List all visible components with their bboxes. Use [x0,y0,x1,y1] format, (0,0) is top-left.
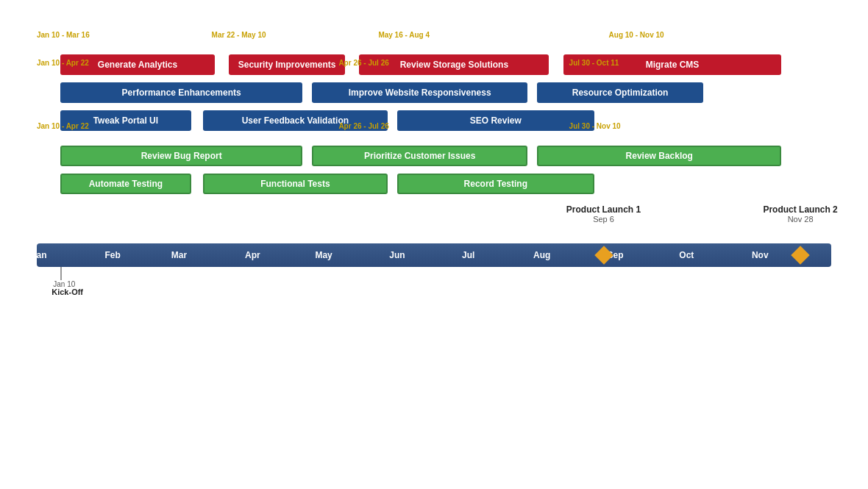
timeline-month-label: Feb [104,250,120,260]
date-label: May 16 - Aug 4 [378,31,430,39]
timeline-month-label: Aug [533,250,550,260]
milestone-date: Sep 6 [566,215,641,224]
milestone-diamond [594,246,613,264]
task-bar: Automate Testing [60,174,191,194]
gantt-task-row: Automate TestingFunctional TestsRecord T… [37,162,831,188]
gantt-task-row: Jan 10 - Mar 16Mar 22 - May 10May 16 - A… [37,43,831,69]
date-label: Jan 10 - Apr 22 [37,122,89,130]
date-label: Apr 26 - Jul 26 [338,122,388,130]
kickoff-label: Kick-Off [51,288,83,296]
timeline-month-label: Apr [245,250,260,260]
timeline-month-label: Jan [32,250,47,260]
timeline-month-label: Nov [752,250,769,260]
task-bar: SEO Review [397,110,594,131]
date-label: Aug 10 - Nov 10 [609,31,664,39]
timeline-month-label: Jul [462,250,474,260]
date-label: Jul 30 - Oct 11 [569,59,619,67]
milestone-diamond [791,246,809,264]
timeline-month-label: Jun [389,250,405,260]
kickoff-line [60,267,62,280]
timeline-month-label: Oct [679,250,694,260]
milestone-date: Nov 28 [763,215,837,224]
date-label: Jul 30 - Nov 10 [569,122,621,130]
date-label: Jan 10 - Mar 16 [37,31,90,39]
milestone-labels-row: Product Launch 1Sep 6Product Launch 2Nov… [37,203,831,243]
milestone-label: Product Launch 2Nov 28 [763,204,837,224]
date-label: Apr 26 - Jul 26 [338,59,388,67]
milestone-name: Product Launch 2 [763,204,837,215]
timeline-axis: JanFebMarAprMayJunJulAugSepOctNov [37,243,831,267]
gantt-task-row: Jan 10 - Apr 22Apr 26 - Jul 26Jul 30 - O… [37,71,831,97]
date-label: Mar 22 - May 10 [212,31,266,39]
task-bar: Functional Tests [203,174,388,194]
timeline-month-label: May [315,250,332,260]
date-label: Jan 10 - Apr 22 [37,59,89,67]
kickoff-container: Jan 10Kick-Off [37,267,831,296]
milestone-label: Product Launch 1Sep 6 [566,204,641,224]
task-bar: Record Testing [397,174,594,194]
timeline-month-label: Mar [171,250,187,260]
milestone-name: Product Launch 1 [566,204,641,215]
gantt-task-row: Jan 10 - Apr 22Apr 26 - Jul 26Jul 30 - N… [37,134,831,160]
gantt-task-row: Tweak Portal UIUser Feedback ValidationS… [37,99,831,125]
